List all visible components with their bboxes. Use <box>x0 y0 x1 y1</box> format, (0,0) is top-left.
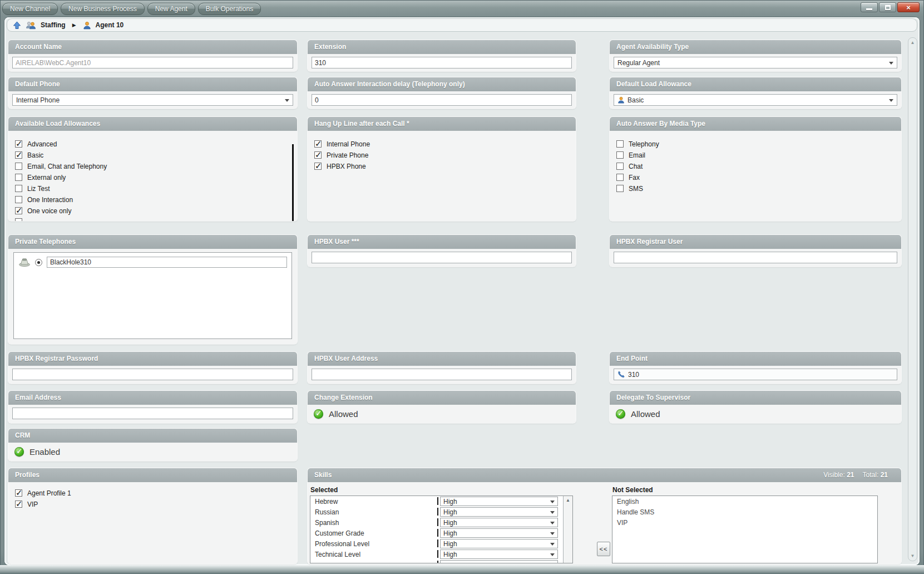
hangup-internal-phone[interactable]: Internal Phone <box>314 139 370 149</box>
scroll-up-icon[interactable]: ▲ <box>564 496 572 503</box>
selected-skills-list[interactable]: Hebrew High Russian High Spanish High <box>310 495 573 563</box>
dropdown-arrow-icon <box>550 553 555 556</box>
breadcrumb-staffing[interactable]: Staffing <box>41 21 66 29</box>
hpbx-user-address-field[interactable] <box>312 369 572 380</box>
selected-value: High <box>443 551 457 558</box>
load-allowance-email-chat-telephony[interactable]: Email, Chat and Telephony <box>15 161 107 171</box>
skill-level-select[interactable]: High <box>440 550 558 559</box>
not-selected-skill[interactable]: Handle SMS <box>612 507 877 517</box>
minimize-icon[interactable] <box>861 2 878 12</box>
selected-value: High <box>443 529 457 537</box>
panel-title: Delegate To Supervisor <box>610 391 901 405</box>
panel-title: Profiles <box>8 468 297 482</box>
panel-title: HPBX Registrar User <box>610 235 901 249</box>
not-selected-skills-list[interactable]: English Handle SMS VIP <box>612 495 878 563</box>
private-telephone-field[interactable] <box>47 257 287 268</box>
bulk-operations-button[interactable]: Bulk Operations <box>198 3 261 15</box>
load-allowance-basic[interactable]: Basic <box>15 150 43 160</box>
checkbox-label: HPBX Phone <box>327 163 366 170</box>
checkbox-icon <box>616 163 624 170</box>
move-to-not-selected-button[interactable]: << <box>597 542 610 556</box>
panel-title: Available Load Allowances <box>8 117 297 131</box>
load-allowance-one-voice-only[interactable]: One voice only <box>15 206 71 215</box>
load-allowance-one-interaction[interactable]: One Interaction <box>15 195 73 204</box>
hpbx-registrar-user-field[interactable] <box>614 252 897 263</box>
divider-tick <box>437 518 438 526</box>
checkbox-icon <box>15 489 22 497</box>
hpbx-user-field[interactable] <box>312 252 572 263</box>
panel-hang-up-line: Hang Up Line after each Call * Internal … <box>308 117 576 221</box>
not-selected-skill[interactable]: English <box>612 496 877 507</box>
panel-title: Skills Visible: 21 Total: 21 <box>308 468 901 482</box>
media-email[interactable]: Email <box>616 150 645 160</box>
desk-phone-icon <box>18 258 31 267</box>
checkbox-icon <box>15 163 22 170</box>
skill-level-select[interactable]: High <box>440 497 558 506</box>
change-extension-status: Allowed <box>314 409 358 419</box>
dropdown-arrow-icon <box>550 532 555 535</box>
skill-row-clipped <box>310 560 572 563</box>
profile-vip[interactable]: VIP <box>15 499 38 509</box>
auto-answer-delay-field[interactable] <box>312 94 572 106</box>
end-point-field[interactable]: 310 <box>614 369 897 380</box>
default-load-allowance-select[interactable]: Basic <box>614 94 897 106</box>
skill-row-hebrew[interactable]: Hebrew High <box>310 496 572 507</box>
dropdown-arrow-icon <box>550 543 555 546</box>
delegate-status: Allowed <box>616 409 660 419</box>
skill-level-select <box>440 560 558 563</box>
skill-row-professional-level[interactable]: Professional Level High <box>310 538 572 549</box>
new-channel-button[interactable]: New Channel <box>2 3 58 15</box>
media-fax[interactable]: Fax <box>616 173 640 182</box>
panel-title: HPBX User *** <box>308 235 576 249</box>
window-bottom-chrome <box>0 565 924 574</box>
skill-level-select[interactable]: High <box>440 539 558 548</box>
media-sms[interactable]: SMS <box>616 184 643 193</box>
extension-field[interactable] <box>312 57 572 68</box>
checkbox-label: Email, Chat and Telephony <box>27 163 107 170</box>
dropdown-arrow-icon <box>889 99 893 102</box>
skill-row-customer-grade[interactable]: Customer Grade High <box>310 528 572 538</box>
media-chat[interactable]: Chat <box>616 161 643 171</box>
page-scrollbar[interactable]: ▲ ▼ <box>908 37 917 561</box>
list-scrollbar-thumb[interactable] <box>292 144 294 221</box>
load-allowance-external-only[interactable]: External only <box>15 173 66 182</box>
skill-row-spanish[interactable]: Spanish High <box>310 517 572 528</box>
load-allowance-advanced[interactable]: Advanced <box>15 139 57 149</box>
skills-list-scrollbar[interactable]: ▲ <box>563 496 572 563</box>
maximize-icon[interactable] <box>879 2 896 12</box>
checkbox-label: One voice only <box>27 207 71 215</box>
profile-agent-profile-1[interactable]: Agent Profile 1 <box>15 488 71 498</box>
load-allowance-clipped-row[interactable] <box>15 217 22 221</box>
skill-row-technical-level[interactable]: Technical Level High <box>310 549 572 560</box>
close-icon[interactable]: × <box>897 2 920 12</box>
skills-counts: Visible: 21 Total: 21 <box>823 468 895 482</box>
account-name-field[interactable] <box>12 57 293 68</box>
load-allowance-liz-test[interactable]: Liz Test <box>15 184 50 193</box>
not-selected-skill[interactable]: VIP <box>612 517 877 528</box>
status-badge: Enabled <box>29 447 60 457</box>
panel-agent-availability-type: Agent Availability Type Regular Agent <box>610 40 901 71</box>
private-telephone-radio[interactable] <box>35 259 42 266</box>
new-business-process-button[interactable]: New Business Process <box>61 3 145 15</box>
visible-label: Visible: <box>823 471 844 479</box>
media-telephony[interactable]: Telephony <box>616 139 659 149</box>
default-phone-select[interactable]: Internal Phone <box>12 94 293 106</box>
panel-title: Agent Availability Type <box>610 40 901 54</box>
skill-level-select[interactable]: High <box>440 518 558 527</box>
new-agent-button[interactable]: New Agent <box>147 3 195 15</box>
hangup-private-phone[interactable]: Private Phone <box>314 150 368 160</box>
breadcrumb-agent[interactable]: Agent 10 <box>96 21 124 29</box>
scroll-up-icon[interactable]: ▲ <box>908 40 917 45</box>
skill-level-select[interactable]: High <box>440 507 558 517</box>
skill-level-select[interactable]: High <box>440 528 558 538</box>
email-address-field[interactable] <box>12 408 293 419</box>
skill-row-russian[interactable]: Russian High <box>310 507 572 517</box>
panel-change-extension: Change Extension Allowed <box>308 391 576 423</box>
hpbx-registrar-password-field[interactable] <box>12 369 293 380</box>
scroll-down-icon[interactable]: ▼ <box>908 553 917 558</box>
home-up-icon[interactable] <box>13 21 21 30</box>
hangup-hpbx-phone[interactable]: HPBX Phone <box>314 161 366 171</box>
panel-title: HPBX Registrar Password <box>8 352 297 366</box>
agent-availability-select[interactable]: Regular Agent <box>614 57 897 68</box>
skill-name: Hebrew <box>315 498 338 506</box>
